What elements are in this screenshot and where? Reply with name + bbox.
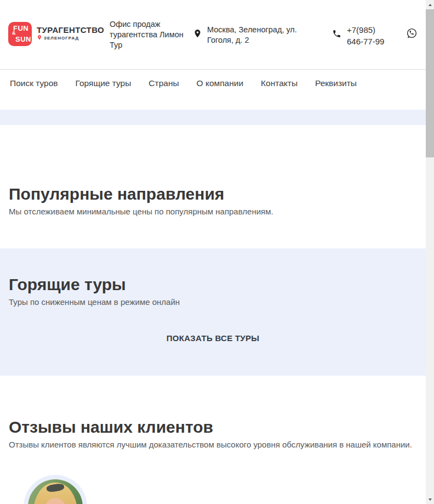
phone-icon — [332, 29, 341, 38]
hot-tours-title: Горящие туры — [0, 248, 426, 295]
location-pin-icon — [193, 29, 202, 40]
reviews-subtitle: Отзывы клиентов являются лучшим доказате… — [0, 437, 426, 450]
brand-title: ТУРАГЕНТСТВО — [37, 25, 104, 35]
office-address: Москва, Зеленоград, ул. Гоголя, д. 2 — [207, 25, 307, 46]
popular-destinations-section: Популярные направления Мы отслеживаем ми… — [0, 125, 426, 248]
scrollbar-down-button[interactable] — [426, 495, 434, 504]
nav-item-hot-tours[interactable]: Горящие туры — [76, 78, 132, 110]
logo-text-sun: SUN — [15, 36, 31, 43]
vertical-scrollbar[interactable] — [426, 0, 434, 504]
nav-item-countries[interactable]: Страны — [149, 78, 179, 110]
office-description: Офис продаж турагентства Лимон Тур — [110, 19, 187, 50]
phone-number[interactable]: +7(985) 646-77-99 — [347, 24, 387, 47]
brand-city: ЗЕЛЕНОГРАД — [37, 35, 79, 41]
funsun-logo[interactable]: FUN & SUN — [8, 22, 32, 46]
site-header: FUN & SUN ТУРАГЕНТСТВО ЗЕЛЕНОГРАД Офис п… — [0, 0, 426, 69]
nav-item-tour-search[interactable]: Поиск туров — [10, 78, 58, 110]
main-nav: Поиск туров Горящие туры Страны О компан… — [0, 69, 426, 110]
popular-destinations-subtitle: Мы отслеживаем минимальные цены по попул… — [0, 204, 426, 217]
whatsapp-icon[interactable] — [406, 27, 418, 39]
arrow-up-icon — [429, 4, 432, 6]
customer-photo — [28, 479, 83, 504]
hot-tours-subtitle: Туры по сниженным ценам в режиме онлайн — [0, 295, 426, 308]
nav-item-about[interactable]: О компании — [197, 78, 244, 110]
nav-item-requisites[interactable]: Реквизиты — [315, 78, 357, 110]
hot-tours-section: Горящие туры Туры по сниженным ценам в р… — [0, 248, 426, 376]
arrow-down-icon — [429, 499, 432, 501]
city-pin-icon — [37, 35, 42, 41]
reviews-title: Отзывы наших клиентов — [0, 376, 426, 437]
page-content: FUN & SUN ТУРАГЕНТСТВО ЗЕЛЕНОГРАД Офис п… — [0, 0, 426, 504]
popular-destinations-title: Популярные направления — [0, 125, 426, 204]
scrollbar-up-button[interactable] — [426, 0, 434, 9]
show-all-tours-button[interactable]: ПОКАЗАТЬ ВСЕ ТУРЫ — [163, 333, 263, 343]
customer-avatar — [24, 475, 87, 504]
scrollbar-thumb[interactable] — [426, 9, 434, 157]
brand-city-label: ЗЕЛЕНОГРАД — [44, 36, 79, 41]
nav-item-contacts[interactable]: Контакты — [261, 78, 298, 110]
search-section-band — [0, 110, 426, 125]
reviews-section: Отзывы наших клиентов Отзывы клиентов яв… — [0, 376, 426, 504]
